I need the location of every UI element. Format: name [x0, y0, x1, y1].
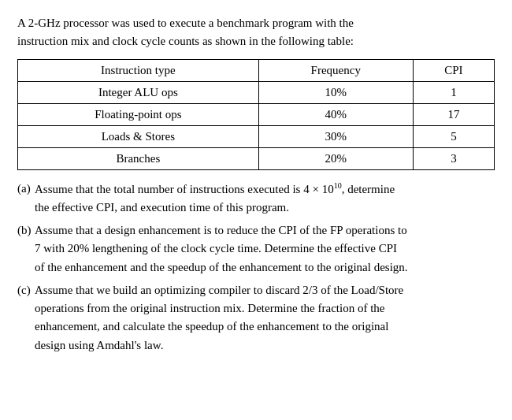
question-b-label: (b)	[17, 221, 35, 240]
table-cell-3-0: Branches	[18, 147, 259, 169]
table-cell-2-0: Loads & Stores	[18, 125, 259, 147]
table-cell-0-2: 1	[413, 81, 494, 103]
question-a-text: Assume that the total number of instruct…	[35, 180, 495, 199]
table-cell-1-1: 40%	[258, 103, 413, 125]
question-c-line4: design using Amdahl's law.	[17, 336, 495, 355]
table-cell-3-1: 20%	[258, 147, 413, 169]
questions-section: (a) Assume that the total number of inst…	[17, 180, 495, 355]
table-cell-1-2: 17	[413, 103, 494, 125]
table-cell-3-2: 3	[413, 147, 494, 169]
question-b-text: Assume that a design enhancement is to r…	[35, 221, 495, 240]
table-cell-1-0: Floating-point ops	[18, 103, 259, 125]
question-c-text: Assume that we build an optimizing compi…	[35, 281, 495, 299]
superscript-10: 10	[334, 181, 342, 190]
table-cell-2-1: 30%	[258, 125, 413, 147]
table-row: Loads & Stores30%5	[18, 125, 495, 147]
question-b-line3: of the enhancement and the speedup of th…	[17, 258, 495, 277]
question-a-continuation: the effective CPI, and execution time of…	[17, 199, 495, 217]
col-header-type: Instruction type	[18, 59, 259, 81]
table-cell-0-0: Integer ALU ops	[18, 81, 259, 103]
question-c-label: (c)	[17, 281, 35, 299]
question-b: (b) Assume that a design enhancement is …	[17, 221, 495, 277]
table-row: Integer ALU ops10%1	[18, 81, 495, 103]
question-b-line2: 7 with 20% lengthening of the clock cycl…	[17, 240, 495, 258]
question-c-line2: operations from the original instruction…	[17, 299, 495, 318]
table-cell-2-2: 5	[413, 125, 494, 147]
question-a: (a) Assume that the total number of inst…	[17, 180, 495, 217]
table-row: Floating-point ops40%17	[18, 103, 495, 125]
col-header-cpi: CPI	[413, 59, 494, 81]
table-row: Branches20%3	[18, 147, 495, 169]
instruction-table: Instruction type Frequency CPI Integer A…	[17, 59, 495, 170]
table-cell-0-1: 10%	[258, 81, 413, 103]
question-c: (c) Assume that we build an optimizing c…	[17, 281, 495, 355]
question-c-line3: enhancement, and calculate the speedup o…	[17, 318, 495, 336]
col-header-freq: Frequency	[258, 59, 413, 81]
intro-text: A 2-GHz processor was used to execute a …	[17, 14, 495, 51]
question-a-label: (a)	[17, 180, 35, 198]
